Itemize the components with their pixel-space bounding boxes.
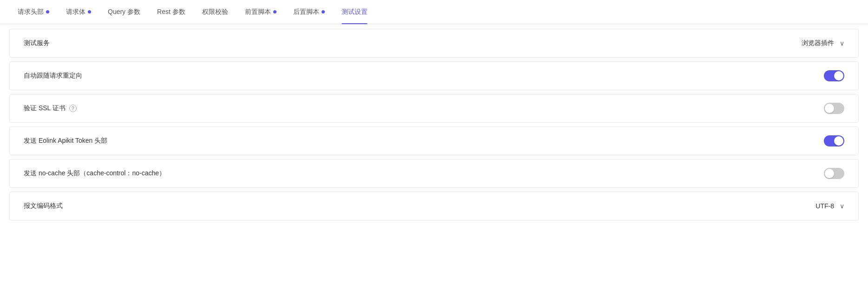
encoding-value: UTF-8	[815, 202, 834, 210]
toggle-track	[824, 103, 844, 114]
send-no-cache-row: 发送 no-cache 头部（cache-control：no-cache）	[9, 159, 859, 188]
test-service-label: 测试服务	[24, 39, 50, 47]
tab-dot-indicator	[46, 10, 49, 13]
chevron-down-icon[interactable]: ∨	[840, 40, 844, 47]
tab-rest-params[interactable]: Rest 参数	[149, 0, 194, 24]
send-token-row: 发送 Eolink Apikit Token 头部	[9, 126, 859, 155]
tab-label: 前置脚本	[245, 8, 271, 16]
tab-label: Query 参数	[108, 8, 140, 16]
chevron-down-icon[interactable]: ∨	[840, 202, 844, 210]
tab-label: 后置脚本	[293, 8, 319, 16]
toggle-thumb	[834, 71, 843, 80]
verify-ssl-toggle[interactable]	[824, 103, 844, 114]
encoding-row: 报文编码格式 UTF-8 ∨	[9, 192, 859, 220]
auto-redirect-toggle[interactable]	[824, 70, 844, 81]
test-service-select[interactable]: 浏览器插件 ∨	[751, 39, 844, 47]
tab-dot-indicator	[88, 10, 91, 13]
send-no-cache-label: 发送 no-cache 头部（cache-control：no-cache）	[24, 169, 165, 178]
tab-post-script[interactable]: 后置脚本	[285, 0, 333, 24]
toggle-thumb	[825, 169, 834, 178]
tab-dot-indicator	[322, 10, 325, 13]
toggle-track	[824, 70, 844, 81]
tab-test-settings[interactable]: 测试设置	[333, 0, 376, 24]
settings-content: 测试服务 浏览器插件 ∨ 自动跟随请求重定向 验证 SSL 证书 ? 发送 Eo…	[0, 24, 868, 229]
test-service-value: 浏览器插件	[802, 39, 834, 47]
tab-request-body[interactable]: 请求体	[58, 0, 99, 24]
tab-dot-indicator	[273, 10, 276, 13]
tab-label: 测试设置	[342, 8, 368, 16]
toggle-thumb	[834, 136, 843, 146]
tab-query-params[interactable]: Query 参数	[99, 0, 149, 24]
tab-label: 请求体	[66, 8, 85, 16]
toggle-track	[824, 168, 844, 179]
tab-label: Rest 参数	[157, 8, 185, 16]
verify-ssl-row: 验证 SSL 证书 ?	[9, 94, 859, 123]
encoding-select[interactable]: UTF-8 ∨	[751, 202, 844, 210]
send-no-cache-toggle[interactable]	[824, 168, 844, 179]
toggle-thumb	[825, 104, 834, 113]
send-token-label: 发送 Eolink Apikit Token 头部	[24, 137, 107, 145]
verify-ssl-label: 验证 SSL 证书 ?	[24, 104, 77, 113]
tab-auth[interactable]: 权限校验	[194, 0, 237, 24]
tab-label: 权限校验	[202, 8, 228, 16]
test-service-row: 测试服务 浏览器插件 ∨	[9, 29, 859, 58]
send-token-toggle[interactable]	[824, 135, 844, 146]
help-icon[interactable]: ?	[69, 105, 77, 112]
toggle-track	[824, 135, 844, 146]
tab-request-header[interactable]: 请求头部	[9, 0, 58, 24]
tab-pre-script[interactable]: 前置脚本	[237, 0, 285, 24]
tab-label: 请求头部	[18, 8, 44, 16]
auto-redirect-row: 自动跟随请求重定向	[9, 61, 859, 90]
tab-bar: 请求头部请求体Query 参数Rest 参数权限校验前置脚本后置脚本测试设置	[0, 0, 868, 24]
auto-redirect-label: 自动跟随请求重定向	[24, 72, 82, 80]
encoding-label: 报文编码格式	[24, 202, 63, 210]
